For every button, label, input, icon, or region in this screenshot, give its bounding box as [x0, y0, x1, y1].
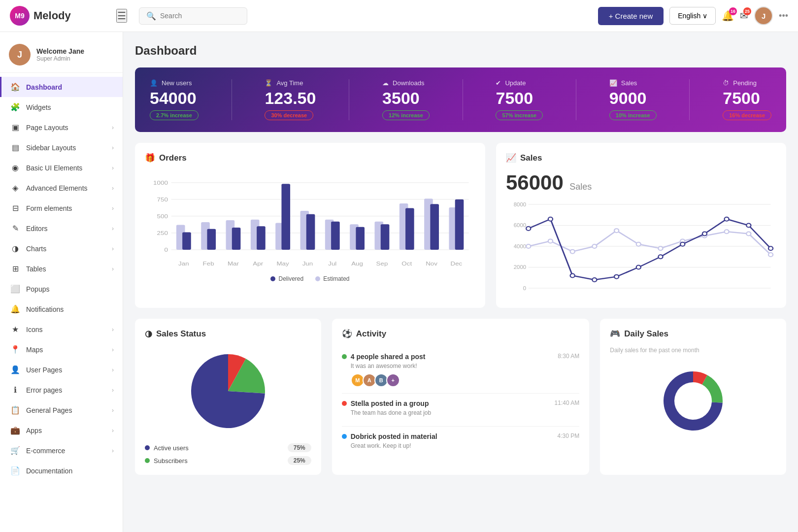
sidebar-item-page-layouts[interactable]: ▣ Page Layouts ›	[0, 117, 123, 137]
avatar[interactable]: J	[754, 6, 773, 25]
svg-point-58	[570, 250, 575, 254]
orders-bar-chart: 02505007501000JanFebMarAprMayJunJulAugSe…	[145, 171, 475, 269]
stat-icon: ✔	[496, 79, 501, 87]
notification-bell-button[interactable]: 🔔 16	[722, 10, 734, 22]
sales-status-icon: ◑	[145, 329, 152, 339]
stat-divider	[463, 79, 463, 120]
sidebar-item-popups[interactable]: ⬜ Popups	[0, 279, 123, 299]
svg-text:4000: 4000	[514, 244, 526, 249]
sidebar-item-basic-ui-elements[interactable]: ◉ Basic UI Elements ›	[0, 158, 123, 178]
svg-point-56	[526, 244, 531, 248]
svg-text:0: 0	[523, 286, 526, 291]
orders-icon: 🎁	[145, 153, 155, 163]
svg-text:1000: 1000	[153, 180, 168, 186]
stat-badge: 2.7% increase	[150, 110, 199, 120]
stat-header: ✔ Update	[496, 79, 526, 87]
language-selector[interactable]: English ∨	[669, 7, 716, 25]
svg-rect-32	[356, 227, 365, 250]
create-new-button[interactable]: + Create new	[598, 7, 664, 25]
activity-dot	[342, 401, 347, 406]
sales-number: 56000	[506, 171, 564, 194]
pie-legend-value: 75%	[288, 443, 311, 452]
sidebar-item-notifications[interactable]: 🔔 Notifications	[0, 299, 123, 319]
sidebar-item-tables[interactable]: ⊞ Tables ›	[0, 259, 123, 279]
sidebar-item-editors[interactable]: ✎ Editors ›	[0, 218, 123, 238]
svg-text:500: 500	[157, 214, 168, 220]
nav-label: Documentation	[26, 467, 114, 475]
stat-icon: ☁	[382, 79, 389, 87]
stat-value: 3500	[382, 90, 420, 106]
activity-item: Stella posted in a group 11:40 AM The te…	[342, 394, 580, 427]
activity-title-text: Stella posted in a group	[342, 399, 429, 407]
more-options-button[interactable]: •••	[779, 11, 788, 21]
sidebar-item-user-pages[interactable]: 👤 User Pages ›	[0, 360, 123, 380]
sales-icon: 📈	[506, 153, 516, 163]
nav-icon: 🛒	[10, 446, 20, 455]
nav-arrow-icon: ›	[112, 185, 114, 192]
nav-label: Error pages	[26, 386, 106, 394]
activity-header: 4 people shared a post 8:30 AM	[342, 353, 580, 361]
search-input[interactable]	[160, 12, 234, 20]
svg-point-69	[548, 217, 553, 221]
activity-title: ⚽ Activity	[342, 329, 580, 339]
svg-point-77	[725, 217, 729, 221]
sidebar-item-documentation[interactable]: 📄 Documentation	[0, 461, 123, 481]
nav-label: Basic UI Elements	[26, 164, 106, 172]
sales-label-text: Sales	[569, 182, 592, 192]
search-box[interactable]: 🔍	[139, 7, 247, 25]
sidebar-item-sidebar-layouts[interactable]: ▤ Sidebar Layouts ›	[0, 137, 123, 158]
nav-icon: ⬜	[10, 284, 20, 294]
hamburger-button[interactable]: ☰	[116, 9, 127, 23]
sidebar-item-advanced-elements[interactable]: ◈ Advanced Elements ›	[0, 178, 123, 198]
stat-badge: 10% increase	[609, 110, 657, 120]
svg-point-65	[725, 230, 729, 233]
stat-divider	[349, 79, 349, 120]
pie-legend: Active users 75% Subscribers 25%	[145, 443, 311, 465]
activity-sub: The team has done a great job	[351, 409, 580, 416]
sidebar: J Welcome Jane Super Admin 🏠 Dashboard 🧩…	[0, 32, 123, 532]
nav-arrow-icon: ›	[112, 124, 114, 131]
sidebar-item-apps[interactable]: 💼 Apps ›	[0, 420, 123, 440]
svg-text:250: 250	[157, 231, 168, 236]
svg-point-78	[746, 224, 751, 228]
activity-item: Dobrick posted in material 4:30 PM Great…	[342, 427, 580, 459]
sidebar-item-e-commerce[interactable]: 🛒 E-commerce ›	[0, 440, 123, 461]
logo-icon: M9	[10, 6, 30, 26]
nav-arrow-icon: ›	[112, 447, 114, 454]
stat-icon: ⏳	[265, 79, 272, 87]
activity-dot	[342, 354, 347, 359]
orders-legend: Delivered Estimated	[145, 275, 475, 282]
sidebar-user: J Welcome Jane Super Admin	[0, 37, 123, 73]
orders-card-title: 🎁 Orders	[145, 153, 475, 163]
svg-rect-35	[381, 224, 390, 250]
sidebar-item-form-elements[interactable]: ⊟ Form elements ›	[0, 198, 123, 218]
sidebar-item-widgets[interactable]: 🧩 Widgets	[0, 97, 123, 117]
sidebar-item-icons[interactable]: ★ Icons ›	[0, 319, 123, 339]
svg-point-62	[658, 246, 663, 250]
nav-label: Form elements	[26, 204, 106, 212]
stats-bar: 👤 New users 54000 2.7% increase ⏳ Avg Ti…	[135, 67, 786, 132]
sidebar-item-charts[interactable]: ◑ Charts ›	[0, 238, 123, 259]
sales-card: 📈 Sales 56000 Sales 02000400060008000	[496, 143, 786, 308]
nav-label: Dashboard	[26, 83, 114, 91]
nav-arrow-icon: ›	[112, 225, 114, 232]
page-title: Dashboard	[135, 44, 786, 58]
notification-mail-button[interactable]: ✉ 25	[740, 10, 748, 22]
nav-arrow-icon: ›	[112, 407, 114, 414]
sales-card-title: 📈 Sales	[506, 153, 776, 163]
nav-icon: 📍	[10, 345, 20, 354]
pie-legend-label: Subscribers	[154, 457, 284, 465]
svg-rect-20	[257, 226, 266, 250]
sidebar-item-error-pages[interactable]: ℹ Error pages ›	[0, 380, 123, 400]
lang-label: English ∨	[678, 12, 707, 20]
sidebar-item-general-pages[interactable]: 📋 General Pages ›	[0, 400, 123, 420]
sidebar-item-maps[interactable]: 📍 Maps ›	[0, 339, 123, 360]
pie-legend-label: Active users	[154, 444, 284, 452]
nav-arrow-icon: ›	[112, 326, 114, 333]
nav-arrow-icon: ›	[112, 245, 114, 252]
svg-rect-17	[232, 228, 241, 250]
charts-row: 🎁 Orders 02505007501000JanFebMarAprMayJu…	[135, 143, 786, 308]
sidebar-item-dashboard[interactable]: 🏠 Dashboard	[0, 77, 123, 97]
stat-header: ⏳ Avg Time	[265, 79, 303, 87]
activity-card: ⚽ Activity 4 people shared a post 8:30 A…	[332, 319, 590, 475]
